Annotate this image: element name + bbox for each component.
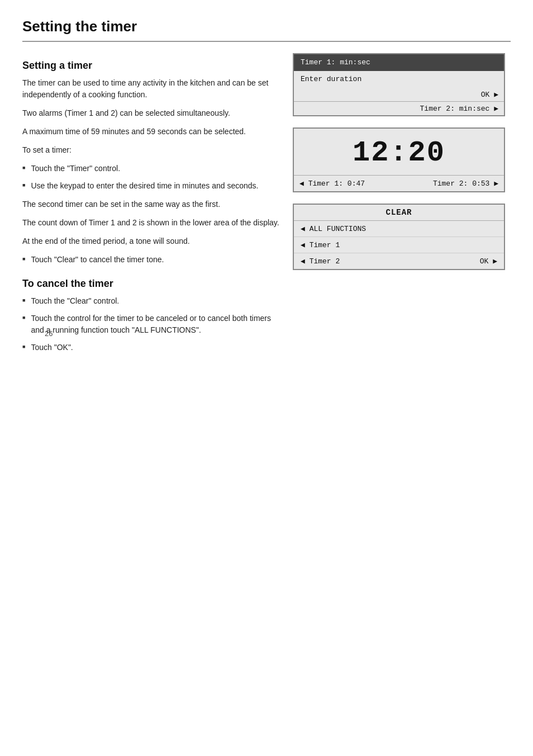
timer2-label: Timer 2: [301, 257, 340, 266]
para-2: Two alarms (Timer 1 and 2) can be select…: [22, 107, 279, 119]
left-column: Setting a timer The timer can be used to…: [22, 48, 279, 360]
clock-display-panel: 12:20 Timer 1: 0:47 Timer 2: 0:53: [293, 127, 505, 192]
timer2-ok-row: Timer 2 OK: [294, 253, 504, 269]
timer1-minsec-row: Timer 1: min:sec: [294, 54, 504, 71]
section2-bullets: Touch the "Clear" control. Touch the con…: [22, 295, 279, 353]
clock-time: 12:20: [294, 129, 504, 175]
timer1-row: Timer 1: [294, 237, 504, 253]
para-3: A maximum time of 59 minutes and 59 seco…: [22, 126, 279, 138]
bullet-clear-tone: Touch "Clear" to cancel the timer tone.: [22, 254, 279, 266]
para-5: The second timer can be set in the same …: [22, 199, 279, 210]
para-4: To set a timer:: [22, 144, 279, 156]
timer2-countdown: Timer 2: 0:53: [433, 179, 498, 188]
section2-title: To cancel the timer: [22, 278, 279, 290]
ok-row: OK: [294, 88, 504, 101]
timer2-minsec-row: Timer 2: min:sec: [294, 101, 504, 115]
clear-panel: CLEAR ALL FUNCTIONS Timer 1 Timer 2 OK: [293, 204, 505, 270]
ok-label: OK: [481, 91, 498, 99]
bullet-clear-2: Touch the control for the timer to be ca…: [22, 313, 279, 336]
page-title: Setting the timer: [22, 18, 511, 42]
timer-entry-panel: Timer 1: min:sec Enter duration OK Timer…: [293, 53, 505, 116]
bullet-clear-3: Touch "OK".: [22, 342, 279, 353]
section1-title: Setting a timer: [22, 60, 279, 72]
bullet-clear-1: Touch the "Clear" control.: [22, 295, 279, 307]
enter-duration-row: Enter duration: [294, 71, 504, 88]
clear-ok-label: OK: [480, 257, 497, 266]
bullet-2: Use the keypad to enter the desired time…: [22, 180, 279, 192]
section1-bullets: Touch the "Timer" control. Use the keypa…: [22, 163, 279, 192]
para-7: At the end of the timed period, a tone w…: [22, 235, 279, 247]
para-6: The count down of Timer 1 and 2 is shown…: [22, 217, 279, 229]
page-number: 26: [45, 329, 53, 338]
clear-header: CLEAR: [294, 205, 504, 221]
para-1: The timer can be used to time any activi…: [22, 77, 279, 101]
right-column: Timer 1: min:sec Enter duration OK Timer…: [293, 48, 505, 360]
bullet-1: Touch the "Timer" control.: [22, 163, 279, 174]
all-functions-row: ALL FUNCTIONS: [294, 221, 504, 237]
section1-bullets-2: Touch "Clear" to cancel the timer tone.: [22, 254, 279, 266]
timer1-countdown: Timer 1: 0:47: [299, 179, 365, 188]
clock-footer: Timer 1: 0:47 Timer 2: 0:53: [294, 175, 504, 191]
